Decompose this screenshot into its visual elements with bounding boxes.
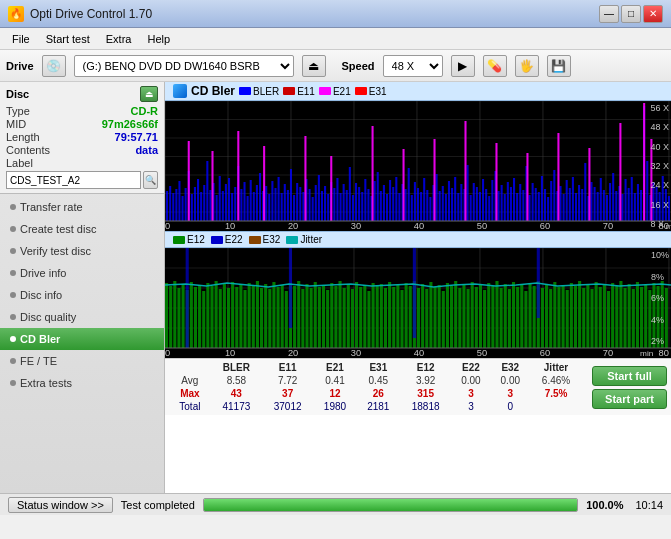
drive-select[interactable]: (G:) BENQ DVD DD DW1640 BSRB (74, 55, 294, 77)
svg-text:40: 40 (414, 221, 424, 231)
start-part-button[interactable]: Start part (592, 389, 667, 409)
speed-arrow-btn[interactable]: ▶ (451, 55, 475, 77)
disc-type-value: CD-R (131, 105, 159, 117)
top-chart-title-bar: CD Bler BLER E11 E21 E31 (165, 82, 671, 101)
toolbar-btn-3[interactable]: 💾 (547, 55, 571, 77)
chart-icon (173, 84, 187, 98)
svg-rect-110 (457, 193, 459, 221)
svg-rect-194 (643, 103, 645, 221)
toolbar-btn-1[interactable]: 💊 (483, 55, 507, 77)
svg-rect-282 (421, 284, 424, 348)
svg-rect-319 (574, 286, 577, 348)
svg-rect-254 (305, 284, 308, 348)
sidebar-item-create-test-disc[interactable]: Create test disc (0, 218, 164, 240)
svg-rect-303 (508, 289, 511, 348)
bottom-status-bar: Status window >> Test completed 100.0% 1… (0, 493, 671, 515)
svg-rect-179 (188, 141, 190, 221)
svg-rect-17 (169, 186, 171, 221)
disc-panel-title: Disc (6, 88, 29, 100)
svg-rect-139 (547, 197, 549, 221)
avg-e22: 0.00 (451, 374, 490, 387)
close-button[interactable]: ✕ (643, 5, 663, 23)
svg-rect-187 (433, 139, 435, 221)
sidebar-item-extra-tests[interactable]: Extra tests (0, 372, 164, 394)
menu-file[interactable]: File (4, 31, 38, 47)
svg-rect-35 (225, 184, 227, 221)
svg-rect-24 (191, 194, 193, 221)
nav-dot (10, 226, 16, 232)
svg-rect-79 (361, 192, 363, 221)
disc-eject-btn[interactable]: ⏏ (140, 86, 158, 102)
svg-rect-330 (619, 281, 622, 348)
menu-extra[interactable]: Extra (98, 31, 140, 47)
menu-help[interactable]: Help (139, 31, 178, 47)
svg-rect-80 (364, 179, 366, 221)
svg-rect-295 (475, 287, 478, 348)
svg-rect-323 (590, 289, 593, 348)
sidebar-item-transfer-rate[interactable]: Transfer rate (0, 196, 164, 218)
svg-rect-262 (338, 281, 341, 348)
avg-jitter: 6.46% (530, 374, 582, 387)
maximize-button[interactable]: □ (621, 5, 641, 23)
svg-rect-85 (380, 191, 382, 221)
svg-text:50: 50 (477, 221, 487, 231)
minimize-button[interactable]: — (599, 5, 619, 23)
status-window-button[interactable]: Status window >> (8, 497, 113, 513)
svg-rect-237 (235, 287, 238, 348)
svg-rect-52 (278, 177, 280, 221)
nav-dot (10, 358, 16, 364)
drive-eject-btn[interactable]: ⏏ (302, 55, 326, 77)
nav-label: Drive info (20, 267, 66, 279)
svg-text:0: 0 (165, 348, 170, 358)
svg-rect-107 (448, 181, 450, 221)
svg-rect-77 (355, 183, 357, 221)
svg-rect-332 (628, 284, 631, 348)
svg-rect-184 (330, 156, 332, 221)
max-jitter: 7.5% (530, 387, 582, 400)
svg-rect-116 (476, 187, 478, 221)
svg-rect-32 (216, 195, 218, 221)
avg-e32: 0.00 (491, 374, 530, 387)
svg-rect-257 (318, 287, 321, 348)
bottom-chart: 10% 8% 6% 4% 2% (165, 248, 671, 358)
nav-dot (10, 292, 16, 298)
drive-icon-btn[interactable]: 💿 (42, 55, 66, 77)
menu-start-test[interactable]: Start test (38, 31, 98, 47)
svg-rect-235 (227, 288, 230, 348)
start-full-button[interactable]: Start full (592, 366, 667, 386)
svg-rect-307 (524, 291, 527, 348)
disc-contents-value: data (135, 144, 158, 156)
svg-rect-344 (413, 248, 416, 338)
max-e21: 12 (313, 387, 356, 400)
svg-rect-16 (166, 191, 168, 221)
svg-rect-51 (274, 188, 276, 221)
svg-rect-183 (304, 136, 306, 221)
svg-rect-234 (223, 284, 226, 348)
toolbar-btn-2[interactable]: 🖐 (515, 55, 539, 77)
svg-text:min: min (640, 349, 653, 358)
sidebar-item-verify-test-disc[interactable]: Verify test disc (0, 240, 164, 262)
svg-rect-120 (488, 196, 490, 221)
svg-rect-291 (458, 288, 461, 348)
sidebar: Disc ⏏ Type CD-R MID 97m26s66f Length 79… (0, 82, 165, 493)
stats-row-total: Total 41173 37012 1980 2181 18818 3 0 (169, 400, 582, 413)
sidebar-item-fe-te[interactable]: FE / TE (0, 350, 164, 372)
nav-dot (10, 380, 16, 386)
svg-rect-322 (586, 284, 589, 348)
sidebar-item-cd-bler[interactable]: CD Bler (0, 328, 164, 350)
nav-label: Disc quality (20, 311, 76, 323)
svg-rect-240 (248, 283, 251, 348)
disc-mid-label: MID (6, 118, 26, 130)
svg-rect-135 (535, 188, 537, 221)
sidebar-item-disc-quality[interactable]: Disc quality (0, 306, 164, 328)
svg-rect-297 (483, 290, 486, 348)
disc-label-input[interactable] (6, 171, 141, 189)
max-e11: 37 (262, 387, 313, 400)
sidebar-item-drive-info[interactable]: Drive info (0, 262, 164, 284)
speed-select[interactable]: 48 X (383, 55, 443, 77)
stats-row-container: BLER E11 E21 E31 E12 E22 E32 Jitter Avg (169, 361, 667, 413)
disc-label-icon-btn[interactable]: 🔍 (143, 171, 158, 189)
svg-rect-49 (268, 194, 270, 221)
sidebar-item-disc-info[interactable]: Disc info (0, 284, 164, 306)
svg-rect-33 (219, 176, 221, 221)
